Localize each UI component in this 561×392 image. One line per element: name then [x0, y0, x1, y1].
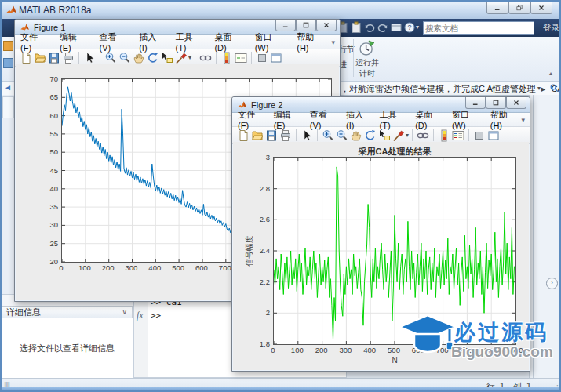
window-layout-icon[interactable] [390, 21, 403, 34]
panel-tab-stub[interactable] [2, 96, 14, 118]
breadcrumb-dropdown-icon[interactable]: ▾ [537, 85, 541, 92]
open-file-icon[interactable] [34, 52, 46, 64]
figure1-minimize-button[interactable] [275, 20, 296, 31]
figure2-window[interactable]: Figure 2 文件(F)编辑(E)查看(V)插入(I)工具(T)桌面(D)窗… [231, 96, 530, 372]
main-minimize-button[interactable] [486, 2, 508, 14]
insert-legend-icon[interactable] [235, 52, 247, 64]
menu-item[interactable]: 插入(I) [341, 109, 373, 130]
menu-item[interactable]: 编辑(E) [54, 31, 94, 53]
figure-logo-icon [237, 100, 247, 110]
figure1-maximize-button[interactable] [296, 20, 316, 31]
insert-legend-icon[interactable] [452, 129, 464, 142]
back-icon[interactable]: ◄ [4, 83, 12, 92]
panel-toggle-icon[interactable]: › [546, 278, 558, 289]
run-section-label-fragment[interactable]: 行节 [339, 44, 355, 55]
details-panel-title: 详细信息 [6, 307, 41, 318]
pan-icon[interactable] [350, 129, 362, 142]
data-cursor-icon[interactable] [161, 52, 173, 64]
figure2-plot-title: 采用CA处理的结果 [273, 146, 516, 158]
undo-icon[interactable] [363, 21, 376, 34]
main-restore-button[interactable] [508, 2, 530, 14]
plot-tools-hide-icon[interactable] [473, 129, 486, 142]
link-plot-icon[interactable] [199, 52, 212, 64]
panel-divider [533, 95, 534, 378]
brush-dropdown-icon[interactable]: ▾ [406, 132, 409, 139]
brush-icon[interactable] [175, 52, 188, 64]
menu-item[interactable]: 文件(F) [15, 31, 54, 53]
menu-item[interactable]: 窗口(W) [446, 109, 485, 130]
command-window-gutter [134, 295, 148, 377]
fig2-plot-area[interactable] [274, 158, 515, 344]
figure1-close-button[interactable] [316, 20, 337, 31]
insert-colorbar-icon[interactable] [438, 129, 450, 142]
folder-search-icon[interactable] [549, 83, 559, 93]
help-dropdown-icon[interactable]: ▾ [416, 24, 419, 31]
ribbon-icon-fragment [3, 41, 13, 51]
plot-tools-show-icon[interactable] [487, 129, 500, 142]
brush-dropdown-icon[interactable]: ▾ [188, 54, 191, 61]
figure2-maximize-button[interactable] [486, 97, 506, 109]
command-prompt[interactable]: >> [151, 310, 161, 321]
insert-colorbar-icon[interactable] [220, 52, 233, 64]
menu-item[interactable]: 文件(F) [232, 109, 268, 130]
menu-item[interactable]: 查看(V) [304, 109, 341, 130]
ribbon-collapse-icon[interactable]: ▴ [549, 70, 552, 77]
help-icon[interactable] [403, 21, 416, 34]
figure2-minimize-button[interactable] [465, 97, 486, 109]
figure2-title: Figure 2 [251, 100, 282, 110]
rotate3d-icon[interactable] [147, 52, 159, 64]
menu-item[interactable]: 编辑(E) [268, 109, 304, 130]
sign-in-link[interactable]: 登录 [543, 23, 559, 34]
pointer-icon[interactable] [83, 52, 96, 64]
menubar-dock-icon[interactable]: ▾ [521, 116, 530, 124]
save-figure-icon[interactable] [265, 129, 278, 142]
search-input[interactable] [424, 24, 533, 33]
menu-item[interactable]: 工具(T) [169, 31, 209, 53]
save-figure-icon[interactable] [48, 52, 60, 64]
print-figure-icon[interactable] [279, 129, 292, 142]
open-file-icon[interactable] [251, 129, 264, 142]
details-panel-body: 选择文件以查看详细信息 [2, 318, 133, 378]
figure2-close-button[interactable] [506, 97, 526, 109]
figure1-menu-bar: 文件(F)编辑(E)查看(V)插入(I)工具(T)桌面(D)窗口(W)帮助(H)… [15, 35, 340, 49]
figure2-axes[interactable] [273, 157, 516, 345]
new-figure-icon[interactable] [20, 52, 32, 64]
link-plot-icon[interactable] [417, 129, 429, 142]
run-and-time-button[interactable]: 运行并 计时 [347, 57, 388, 79]
pan-icon[interactable] [133, 52, 145, 64]
print-figure-icon[interactable] [62, 52, 75, 64]
menu-item[interactable]: 窗口(W) [250, 31, 292, 53]
menu-item[interactable]: 插入(I) [133, 31, 169, 53]
rotate3d-icon[interactable] [364, 129, 377, 142]
menu-item[interactable]: 工具(T) [374, 109, 410, 130]
menu-item[interactable]: 帮助(H) [291, 31, 331, 53]
zoom-in-icon[interactable] [322, 129, 334, 142]
matlab-desktop: MATLAB R2018a ▾ 登录 行节 进 运行并 计时 ▴ [0, 0, 561, 392]
chevron-down-icon[interactable]: ∨ [122, 308, 127, 316]
run-and-time-icon[interactable] [359, 39, 376, 56]
pointer-icon[interactable] [301, 129, 313, 142]
menu-item[interactable]: 帮助(H) [485, 109, 522, 130]
redo-icon[interactable] [377, 21, 389, 34]
data-cursor-icon[interactable] [378, 129, 391, 142]
zoom-in-icon[interactable] [104, 52, 117, 64]
menu-item[interactable]: 桌面(D) [209, 31, 249, 53]
zoom-out-icon[interactable] [118, 52, 131, 64]
ribbon-icon-fragment [3, 58, 13, 68]
plot-tools-hide-icon[interactable] [256, 52, 268, 64]
new-figure-icon[interactable] [237, 129, 250, 142]
breadcrumb-folder[interactable]: ，对航海雷达中频信号建模，并完成C A恒虚警处理 [341, 84, 536, 93]
details-panel-header[interactable]: 详细信息 ∨ [2, 306, 133, 318]
menubar-dock-icon[interactable]: ▾ [331, 38, 340, 46]
figure2-xlabel: N [273, 356, 516, 365]
fx-prompt-icon: fx [137, 310, 144, 321]
plot-tools-show-icon[interactable] [270, 52, 282, 64]
menu-item[interactable]: 桌面(D) [410, 109, 446, 130]
menu-item[interactable]: 查看(V) [94, 31, 134, 53]
figure2-menu-bar: 文件(F)编辑(E)查看(V)插入(I)工具(T)桌面(D)窗口(W)帮助(H)… [232, 113, 530, 127]
main-close-button[interactable] [530, 2, 552, 14]
figure1-title: Figure 1 [34, 23, 65, 32]
zoom-out-icon[interactable] [336, 129, 348, 142]
brush-icon[interactable] [392, 129, 405, 142]
paste-icon[interactable] [350, 21, 362, 34]
